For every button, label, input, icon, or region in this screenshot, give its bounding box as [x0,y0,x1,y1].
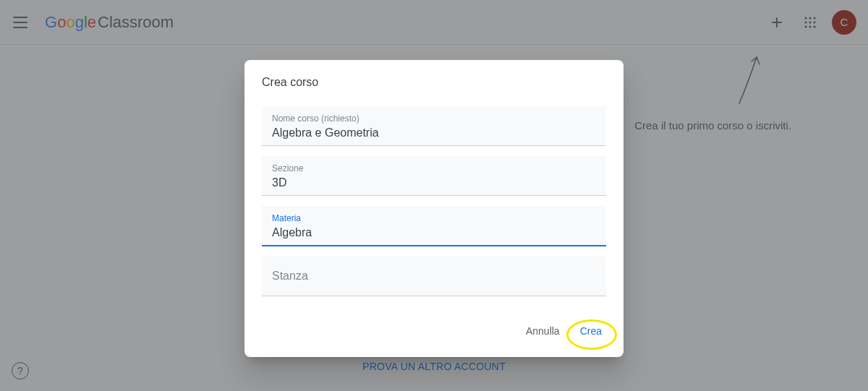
create-class-dialog: Crea corso Nome corso (richiesto) Sezion… [244,60,624,357]
section-input[interactable] [272,176,596,189]
class-name-label: Nome corso (richiesto) [272,113,596,124]
subject-label: Materia [272,213,596,223]
section-label: Sezione [272,163,596,173]
cancel-button[interactable]: Annulla [519,319,567,343]
create-button[interactable]: Crea [573,319,609,343]
class-name-input[interactable] [272,126,596,139]
room-field[interactable] [262,257,606,296]
section-field[interactable]: Sezione [262,156,606,196]
dialog-actions: Annulla Crea [244,306,624,351]
room-input[interactable] [272,270,596,283]
dialog-title: Crea corso [244,60,624,102]
class-name-field[interactable]: Nome corso (richiesto) [262,106,606,146]
subject-input[interactable] [272,226,596,239]
subject-field[interactable]: Materia [262,206,606,246]
